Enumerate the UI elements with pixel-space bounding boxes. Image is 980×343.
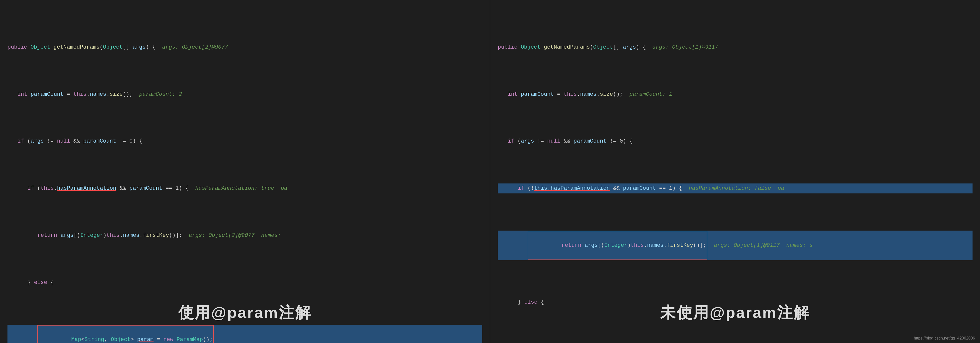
code-text: { [541, 298, 544, 307]
type: Object [103, 43, 123, 52]
code-line-highlighted: if (!this.hasParamAnnotation && paramCou… [498, 183, 972, 193]
var-name: args [60, 231, 73, 240]
code-text: [( [598, 242, 604, 249]
var-name: paramCount [129, 184, 162, 193]
code-text: . [86, 90, 90, 99]
debug-comment: hasParamAnnotation: false pa [689, 184, 784, 193]
code-text: = [554, 90, 564, 99]
type: String [84, 337, 104, 343]
annotation-ref: hasParamAnnotation [57, 184, 116, 193]
code-text: . [54, 184, 57, 193]
keyword: this [630, 242, 644, 249]
keyword: this [73, 90, 86, 99]
code-text: . [663, 242, 667, 249]
code-text: [( [73, 231, 80, 240]
code-text: && [116, 184, 129, 193]
left-watermark: 使用@param注解 [178, 302, 312, 323]
keyword: if [27, 184, 37, 193]
code-text: != [534, 137, 547, 146]
code-text: ()]; [169, 231, 189, 240]
code-line-highlighted: return args[(Integer)this.names.firstKey… [498, 231, 972, 260]
code-line-highlighted: Map<String, Object> param = new ParamMap… [8, 325, 482, 343]
var-name: names [647, 242, 663, 249]
code-text: > [130, 337, 137, 343]
var-name: names [90, 90, 106, 99]
left-code-block: public Object getNamedParams(Object[] ar… [8, 5, 482, 343]
code-text: ( [518, 137, 521, 146]
code-line: public Object getNamedParams(Object[] ar… [498, 42, 972, 52]
keyword: if [508, 137, 518, 146]
code-text: && [610, 184, 623, 193]
code-text: [] [123, 43, 133, 52]
code-line: if (args != null && paramCount != 0) { [8, 136, 482, 146]
code-text: = [64, 90, 73, 99]
code-line: public Object getNamedParams(Object[] ar… [8, 42, 482, 52]
code-text: && [70, 137, 83, 146]
keyword: if [18, 137, 27, 146]
code-text: (! [528, 184, 534, 193]
left-panel: public Object getNamedParams(Object[] ar… [0, 0, 490, 343]
code-line: int paramCount = this.names.size(); para… [8, 89, 482, 99]
debug-comment: args: Object[1]@9117 names: s [707, 241, 813, 250]
code-line: return args[(Integer)this.names.firstKey… [8, 231, 482, 240]
code-text: ) { [146, 43, 162, 52]
code-text: == 1) { [162, 184, 195, 193]
keyword: int [508, 90, 521, 99]
method-name: size [110, 90, 123, 99]
right-code-block: public Object getNamedParams(Object[] ar… [498, 5, 972, 343]
var-name: args [31, 137, 44, 146]
code-text: < [81, 337, 84, 343]
keyword: public [8, 43, 30, 52]
code-text: . [139, 231, 143, 240]
code-line: if (args != null && paramCount != 0) { [498, 136, 972, 146]
code-text: . [644, 242, 647, 249]
code-text: ( [590, 43, 593, 52]
debug-comment: paramCount: 1 [630, 90, 673, 99]
annotation-ref: this.hasParamAnnotation [534, 184, 610, 193]
method-name: size [600, 90, 613, 99]
highlighted-code: Map<String, Object> param = new ParamMap… [37, 325, 214, 343]
code-text: . [577, 90, 580, 99]
code-text: (); [613, 90, 630, 99]
var-underline: param [137, 337, 154, 343]
keyword: null [547, 137, 560, 146]
type: Object [593, 43, 613, 52]
keyword: return [562, 242, 584, 249]
code-text: . [597, 90, 600, 99]
var-name: paramCount [623, 184, 656, 193]
code-text: != 0) { [116, 137, 143, 146]
code-text: = [154, 337, 164, 343]
code-text: (); [123, 90, 139, 99]
code-text: ) [627, 242, 630, 249]
keyword: null [57, 137, 70, 146]
code-text: ) [103, 231, 107, 240]
code-text: [] [613, 43, 623, 52]
main-container: public Object getNamedParams(Object[] ar… [0, 0, 980, 343]
code-text: && [560, 137, 573, 146]
keyword: new [164, 337, 177, 343]
keyword: else [524, 298, 541, 307]
keyword: this [563, 90, 577, 99]
method-name: getNamedParams [544, 43, 590, 52]
code-line: if (this.hasParamAnnotation && paramCoun… [8, 183, 482, 193]
code-text: != 0) { [606, 137, 633, 146]
debug-comment: hasParamAnnotation: true pa [195, 184, 287, 193]
type: Object [111, 337, 130, 343]
var-name: names [123, 231, 139, 240]
var-name: args [584, 242, 598, 249]
keyword: this [41, 184, 54, 193]
code-text: ( [100, 43, 103, 52]
method-name: firstKey [143, 231, 169, 240]
code-text: ( [37, 184, 41, 193]
keyword: public [498, 43, 521, 52]
keyword: this [107, 231, 119, 240]
var-name: args [133, 43, 146, 52]
code-text: ()]; [693, 242, 706, 249]
type: Map [71, 337, 81, 343]
type: Integer [80, 231, 103, 240]
type: Object [521, 43, 544, 52]
code-text: (); [203, 337, 213, 343]
debug-comment: args: Object[2]@9077 names: [189, 231, 281, 240]
code-text: , [104, 337, 111, 343]
right-panel: public Object getNamedParams(Object[] ar… [490, 0, 980, 343]
